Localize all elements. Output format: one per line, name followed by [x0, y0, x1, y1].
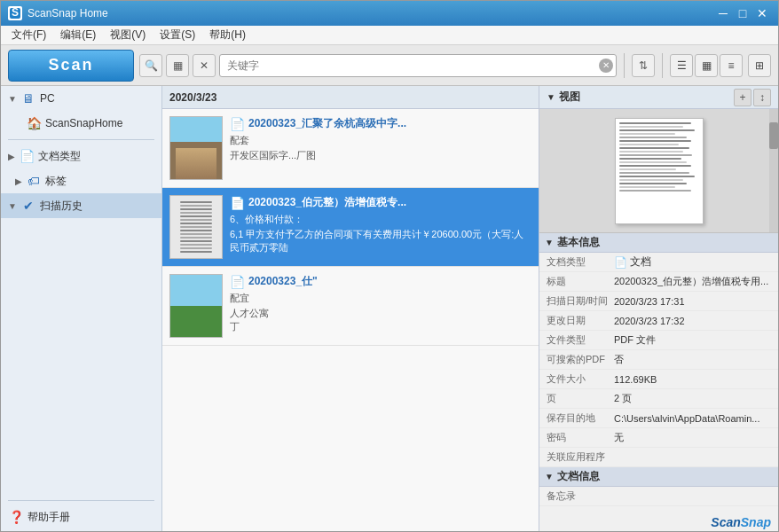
- doc-type-icon: 📄: [614, 256, 627, 269]
- search-input[interactable]: [219, 54, 617, 77]
- collapse-icon: ▼: [547, 92, 555, 102]
- menu-file[interactable]: 文件(F): [4, 26, 53, 44]
- info-row-savePath: 保存目的地 C:\Users\alvin\AppData\Roamin...: [539, 409, 778, 428]
- search-icon: 🔍: [145, 59, 158, 72]
- tag-icon: 🏷: [26, 174, 42, 188]
- sidebar-item-tag[interactable]: ▶ 🏷 标签: [1, 168, 161, 193]
- info-row-title: 标题 20200323_伯元整）浩增值税专用...: [539, 272, 778, 292]
- grid-view-button[interactable]: ▦: [695, 54, 718, 77]
- sidebar-item-doctype[interactable]: ▶ 📄 文档类型: [1, 144, 161, 168]
- sidebar-divider2: [8, 500, 154, 501]
- grid-view-icon: ▦: [702, 59, 712, 72]
- info-row-modifiedDate: 更改日期 2020/3/23 17:32: [539, 311, 778, 331]
- info-row-fileType: 文件类型 PDF 文件: [539, 331, 778, 350]
- brand-label2: Snap: [741, 515, 771, 529]
- sidebar-scanHistory-label: 扫描历史: [40, 199, 154, 214]
- doctype-value: 📄 文档: [614, 254, 775, 270]
- list-item[interactable]: 📄 20200323_汇聚了余杭高级中字... 配套 开发区国际字...厂图: [162, 109, 539, 188]
- toolbar-separator: [624, 53, 625, 78]
- panel-add-button[interactable]: +: [734, 89, 751, 106]
- sidebar-item-help[interactable]: ❓ 帮助手册: [1, 505, 161, 529]
- doctype-collapse-arrow: ▶: [8, 152, 15, 161]
- menu-help[interactable]: 帮助(H): [202, 26, 253, 44]
- modifiedDate-value: 2020/3/23 17:32: [614, 316, 775, 326]
- item-thumb: [169, 274, 223, 338]
- content-area: 2020/3/23 📄 20200323_汇聚了余杭高级中字... 配套 开发区…: [162, 86, 539, 532]
- thumb-image: [170, 275, 222, 337]
- list-view-button[interactable]: ☰: [670, 54, 693, 77]
- menu-settings[interactable]: 设置(S): [153, 26, 202, 44]
- clear-filter-button[interactable]: ✕: [193, 54, 216, 77]
- search-clear-button[interactable]: ✕: [599, 59, 613, 73]
- doc-icon: 📄: [230, 117, 245, 131]
- preview-scrollbar[interactable]: [769, 109, 778, 232]
- menu-view[interactable]: 视图(V): [103, 26, 153, 44]
- list-item[interactable]: 📄 20200323_仕" 配宜 人才公寓丁: [162, 267, 539, 346]
- item-info: 📄 20200323_汇聚了余杭高级中字... 配套 开发区国际字...厂图: [230, 116, 531, 162]
- view-panel-title: ▼ 视图: [547, 90, 580, 105]
- toolbar: Scan 🔍 ▦ ✕ ✕ ⇅ ☰ ▦ ≡: [1, 45, 778, 86]
- pages-value: 2 页: [614, 392, 775, 405]
- search-area: 🔍 ▦ ✕ ✕ ⇅ ☰ ▦ ≡ ⊞: [139, 53, 771, 78]
- info-section: ▼ 基本信息 文档类型 📄 文档 标题 20200323_伯元整）浩增值税专用.…: [539, 233, 778, 512]
- item-title: 20200323_仕": [248, 274, 318, 289]
- main-layout: ▼ 🖥 PC 🏠 ScanSnapHome ▶ 📄 文档类型 ▶ 🏷 标签 ▼ …: [1, 86, 778, 532]
- sidebar: ▼ 🖥 PC 🏠 ScanSnapHome ▶ 📄 文档类型 ▶ 🏷 标签 ▼ …: [1, 86, 162, 532]
- title-bar-left: S ScanSnap Home: [8, 6, 108, 20]
- password-value: 无: [614, 431, 775, 444]
- password-label: 密码: [543, 431, 614, 444]
- info-row-linkedApp: 关联应用程序: [539, 448, 778, 467]
- doc-info-header: ▼ 文档信息: [539, 467, 778, 487]
- item-thumb: [169, 195, 223, 259]
- sidebar-bottom: ❓ 帮助手册: [1, 497, 161, 532]
- maximize-button[interactable]: □: [734, 5, 751, 21]
- item-meta: 6、价格和付款：: [230, 213, 531, 226]
- info-row-doctype: 文档类型 📄 文档: [539, 253, 778, 272]
- scan-button[interactable]: Scan: [8, 50, 134, 82]
- preview-document: [615, 118, 704, 224]
- sidebar-item-pc[interactable]: ▼ 🖥 PC: [1, 86, 161, 111]
- pc-icon: 🖥: [20, 91, 36, 106]
- menu-edit[interactable]: 编辑(E): [53, 26, 103, 44]
- panel-controls: + ↕: [734, 89, 771, 106]
- item-meta: 配套: [230, 134, 531, 147]
- basic-info-label: 基本信息: [557, 235, 600, 250]
- list-item[interactable]: 📄 20200323_伯元整）浩增值税专... 6、价格和付款： 6,1 甲方支…: [162, 188, 539, 267]
- app-title: ScanSnap Home: [28, 7, 108, 20]
- panel-view-button[interactable]: ⊞: [748, 54, 771, 77]
- fileType-label: 文件类型: [543, 333, 614, 347]
- minimize-button[interactable]: ─: [714, 5, 732, 21]
- scrollbar-thumb: [769, 122, 778, 149]
- search-icon-button[interactable]: 🔍: [139, 54, 162, 77]
- item-detail: 人才公寓丁: [230, 307, 531, 333]
- list-view-icon: ☰: [677, 59, 687, 72]
- sidebar-item-scansnapHome[interactable]: 🏠 ScanSnapHome: [1, 111, 161, 136]
- fileType-value: PDF 文件: [614, 333, 775, 347]
- sidebar-item-scanHistory[interactable]: ▼ ✔ 扫描历史: [1, 193, 161, 218]
- panel-scroll-button[interactable]: ↕: [753, 89, 771, 106]
- basic-info-header: ▼ 基本信息: [539, 233, 778, 253]
- view-mode-button[interactable]: ▦: [166, 54, 189, 77]
- searchablePDF-label: 可搜索的PDF: [543, 353, 614, 366]
- doc-icon: 📄: [230, 275, 245, 289]
- doc-info-collapse: ▼: [545, 472, 554, 481]
- app-icon: S: [8, 6, 22, 20]
- right-panel: ▼ 视图 + ↕: [539, 86, 778, 532]
- detail-view-icon: ≡: [728, 59, 734, 72]
- pages-label: 页: [543, 392, 614, 405]
- title-bar: S ScanSnap Home ─ □ ✕: [1, 1, 778, 26]
- scanDateTime-value: 2020/3/23 17:31: [614, 296, 775, 307]
- sidebar-scansnapHome-label: ScanSnapHome: [45, 117, 154, 129]
- home-icon: 🏠: [26, 116, 42, 130]
- content-date-label: 2020/3/23: [169, 91, 216, 104]
- close-button[interactable]: ✕: [753, 5, 771, 21]
- menu-bar: 文件(F) 编辑(E) 视图(V) 设置(S) 帮助(H): [1, 26, 778, 45]
- preview-area: [539, 109, 778, 233]
- detail-view-button[interactable]: ≡: [720, 54, 743, 77]
- linkedApp-label: 关联应用程序: [543, 450, 614, 464]
- sidebar-doctype-label: 文档类型: [38, 149, 154, 164]
- info-row-memo: 备忘录: [539, 487, 778, 506]
- item-thumb: [169, 116, 223, 180]
- sidebar-help-label: 帮助手册: [28, 510, 154, 525]
- sort-button[interactable]: ⇅: [632, 54, 655, 77]
